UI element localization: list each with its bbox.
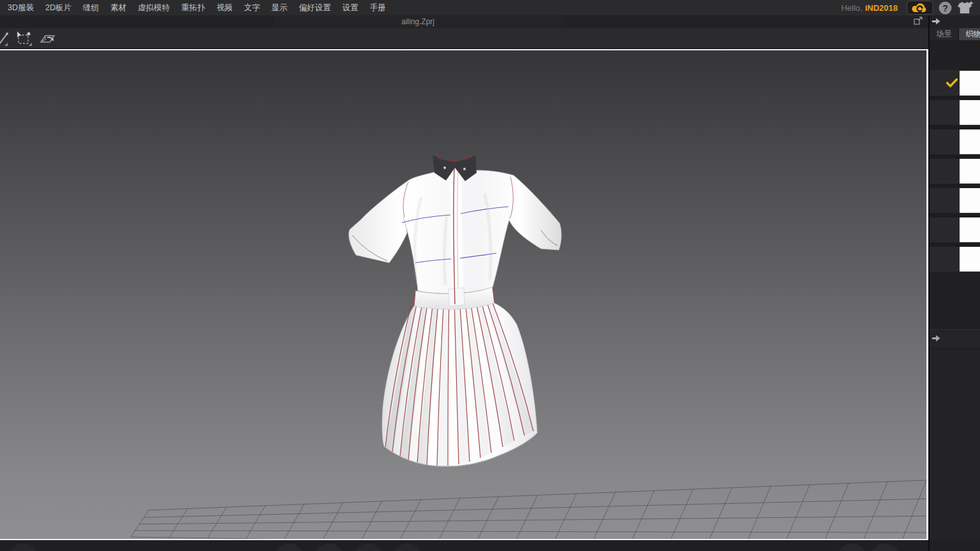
cloud-icon — [912, 3, 928, 13]
collar-button — [463, 168, 466, 170]
help-icon: ? — [939, 1, 952, 15]
bottom-tool-button[interactable] — [314, 543, 343, 551]
fold-arrangement-tool-button[interactable] — [38, 29, 57, 47]
tab-fabric[interactable]: 织物 — [959, 28, 980, 40]
fabric-item[interactable] — [930, 217, 980, 242]
popout-icon — [914, 17, 923, 25]
pen-tool-button[interactable] — [0, 29, 9, 47]
viewport-bottom-border — [0, 539, 929, 540]
fabric-panel-header — [930, 40, 980, 71]
greeting-prefix: Hello, — [841, 3, 862, 13]
menu-item-0[interactable]: 3D服装 — [2, 0, 40, 16]
username: iND2018 — [865, 3, 898, 13]
fabric-swatch — [960, 247, 980, 272]
menu-item-2[interactable]: 缝纫 — [77, 0, 105, 16]
bottom-tool-button[interactable] — [393, 543, 422, 551]
fold-arrangement-icon — [39, 31, 57, 46]
garment-3d-model[interactable] — [349, 155, 561, 466]
add-garment-button[interactable] — [957, 1, 974, 14]
menu-item-7[interactable]: 文字 — [238, 0, 265, 16]
panel-tabs: 场景 织物 — [930, 28, 980, 40]
document-tab[interactable]: ailing.Zprj — [274, 15, 561, 28]
menu-item-3[interactable]: 素材 — [105, 0, 132, 16]
3d-viewport[interactable] — [0, 50, 926, 539]
cloud-sync-button[interactable] — [907, 1, 933, 15]
menu-item-1[interactable]: 2D板片 — [40, 0, 77, 16]
menu-item-6[interactable]: 视频 — [211, 0, 238, 16]
tab-scene[interactable]: 场景 — [930, 28, 959, 40]
bottom-bar — [0, 540, 980, 551]
scene-render — [0, 50, 926, 539]
menu-item-10[interactable]: 设置 — [336, 0, 364, 16]
popout-window-button[interactable] — [913, 17, 924, 26]
panel-lower-area — [930, 349, 980, 540]
bottom-tool-button[interactable] — [274, 543, 304, 551]
bottom-tool-button[interactable] — [353, 543, 383, 551]
bottom-tool-button[interactable] — [837, 543, 866, 551]
fabric-list — [930, 71, 980, 272]
main-menu: 3D服装2D板片缝纫素材虚拟模特重拓扑视频文字显示偏好设置设置手册 — [0, 0, 391, 16]
section-collapse-button[interactable] — [930, 334, 940, 344]
fabric-swatch — [960, 71, 980, 96]
fabric-item[interactable] — [930, 100, 980, 125]
menu-bar: 3D服装2D板片缝纫素材虚拟模特重拓扑视频文字显示偏好设置设置手册 Hello,… — [0, 0, 980, 15]
fabric-swatch — [960, 188, 980, 213]
floor-grid — [131, 480, 926, 539]
menu-item-8[interactable]: 显示 — [265, 0, 293, 16]
placket — [450, 168, 463, 290]
fabric-swatch — [960, 159, 980, 184]
arrow-right-icon — [932, 18, 940, 25]
application-window: 3D服装2D板片缝纫素材虚拟模特重拓扑视频文字显示偏好设置设置手册 Hello,… — [0, 0, 980, 551]
user-greeting: Hello,iND2018 — [841, 3, 898, 13]
menubar-right: Hello,iND2018 ? — [841, 1, 980, 15]
fabric-item[interactable] — [930, 247, 980, 272]
menu-item-9[interactable]: 偏好设置 — [293, 0, 336, 16]
transform-tool-button[interactable] — [14, 29, 33, 47]
arrow-right-icon — [932, 335, 940, 342]
fabric-list-empty-area — [930, 276, 980, 330]
tool-dropdown-corner — [4, 43, 8, 46]
viewport-top-border — [0, 49, 929, 50]
fabric-swatch — [960, 217, 980, 242]
bottom-tool-button[interactable] — [9, 543, 38, 551]
placket-tail — [449, 288, 464, 306]
collar-button — [443, 166, 446, 169]
right-panel: 场景 织物 — [928, 15, 980, 551]
checkmark-icon — [946, 78, 958, 87]
menu-item-4[interactable]: 虚拟模特 — [132, 0, 175, 16]
fabric-swatch — [960, 129, 980, 154]
help-button[interactable]: ? — [939, 1, 952, 15]
fabric-item[interactable] — [930, 129, 980, 154]
fabric-item[interactable] — [930, 71, 980, 96]
panel-top-strip — [930, 15, 980, 28]
menu-item-11[interactable]: 手册 — [364, 0, 391, 16]
fabric-swatch — [960, 100, 980, 125]
fabric-item[interactable] — [930, 188, 980, 213]
3d-toolbar — [0, 28, 929, 49]
tool-dropdown-corner — [29, 43, 32, 46]
panel-collapse-button[interactable] — [930, 17, 940, 27]
bottom-tool-button[interactable] — [870, 543, 900, 551]
tshirt-plus-icon — [957, 1, 974, 14]
document-title: ailing.Zprj — [401, 17, 434, 26]
svg-text:?: ? — [942, 3, 948, 13]
fabric-item[interactable] — [930, 159, 980, 184]
document-tab-strip: ailing.Zprj — [0, 15, 929, 28]
panel-section-bar — [930, 330, 980, 349]
menu-item-5[interactable]: 重拓扑 — [175, 0, 211, 16]
